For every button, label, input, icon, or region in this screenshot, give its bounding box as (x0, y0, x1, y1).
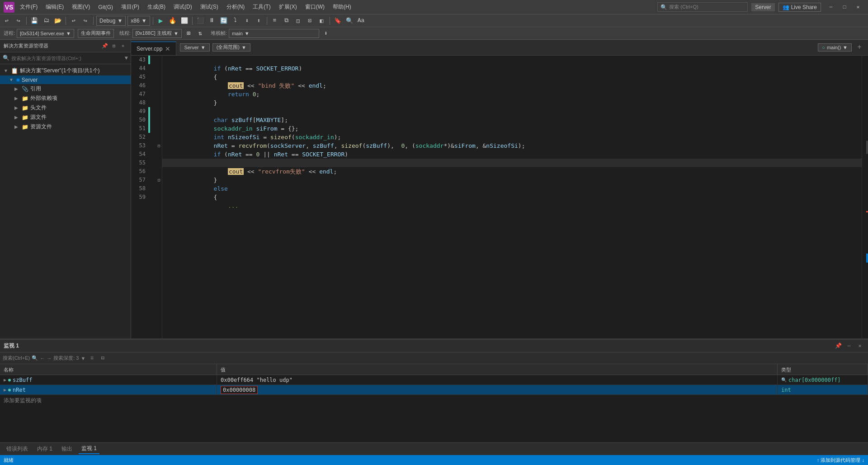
toolbar-open[interactable]: 📂 (53, 16, 63, 26)
code-line-45[interactable]: cout << "bind 失败" << endl; (162, 73, 862, 81)
lifecycle-btn[interactable]: 生命周期事件 (78, 29, 114, 38)
editor-add-tab[interactable]: + (854, 42, 864, 52)
global-search[interactable]: 🔍 搜索 (Ctrl+Q) (657, 2, 748, 12)
code-line-57[interactable]: else (162, 176, 862, 184)
watch-name-nret[interactable]: ▶ ● nRet (0, 385, 217, 395)
menu-project[interactable]: 项目(P) (118, 1, 143, 13)
close-button[interactable]: ✕ (852, 3, 864, 12)
toolbar-restart[interactable]: 🔄 (219, 16, 229, 26)
code-line-46[interactable]: return 0; (162, 81, 862, 90)
watch-filter-btn[interactable]: ≡ (87, 354, 96, 363)
watch-value-nret[interactable]: 0x00000008 (217, 385, 778, 395)
menu-analyze[interactable]: 分析(N) (223, 1, 249, 13)
tree-solution[interactable]: ▼ 📋 解决方案"Server"(1个项目/共1个) (0, 66, 131, 75)
toolbar-misc-2[interactable]: ⧉ (282, 16, 292, 26)
toolbar-save[interactable]: 💾 (29, 16, 39, 26)
watch-expand-icon[interactable]: ▶ (4, 377, 6, 382)
toolbar-btn-2[interactable]: ↪ (14, 16, 24, 26)
editor-scrollbar[interactable] (862, 56, 868, 338)
watch-value-szbuff[interactable]: 0x00eff664 "hello udp" (217, 375, 778, 385)
menu-test[interactable]: 测试(S) (197, 1, 222, 13)
code-line-59[interactable]: ... (162, 193, 862, 202)
toolbar-misc-5[interactable]: ◧ (317, 16, 327, 26)
code-line-51[interactable]: int nSizeofSi = sizeof(sockaddr_in); (162, 124, 862, 133)
tab-memory[interactable]: 内存 1 (34, 444, 55, 454)
toolbar-misc-3[interactable]: ◫ (293, 16, 303, 26)
code-line-44[interactable]: { (162, 64, 862, 73)
toolbar-step-in[interactable]: ⬇ (242, 16, 252, 26)
watch-value-nret-text[interactable]: 0x00000008 (221, 386, 258, 394)
breadcrumb-full-scope[interactable]: (全局范围) ▼ (212, 43, 250, 52)
code-content[interactable]: if (nRet == SOCKET_ERROR) { cout << "bin… (162, 56, 862, 338)
sidebar-close[interactable]: ✕ (119, 42, 127, 50)
panel-pin[interactable]: 📌 (834, 342, 843, 351)
menu-git[interactable]: Git(G) (94, 2, 117, 12)
liveshare-button[interactable]: 👥 Live Share (778, 3, 821, 12)
toolbar-misc-1[interactable]: ≡ (270, 16, 280, 26)
code-line-52[interactable]: nRet = recvfrom(sockServer, szBuff, size… (162, 133, 862, 141)
watch-depth-arrow[interactable]: ▼ (80, 356, 85, 361)
solution-search-btn[interactable]: ▼ (125, 55, 128, 61)
menu-tools[interactable]: 工具(T) (249, 1, 274, 13)
fold-57[interactable]: ⊟ (157, 178, 160, 183)
menu-debug[interactable]: 调试(D) (170, 1, 196, 13)
menu-window[interactable]: 窗口(W) (302, 1, 328, 13)
tab-error-list[interactable]: 错误列表 (4, 444, 31, 454)
sidebar-dock[interactable]: ⊞ (110, 42, 118, 50)
menu-edit[interactable]: 编辑(E) (42, 1, 67, 13)
watch-columns-btn[interactable]: ⊟ (98, 354, 107, 363)
code-line-55[interactable]: cout << "recvfrom失败" << endl; (162, 159, 862, 167)
thread-dropdown[interactable]: [0x188C] 主线程 ▼ (132, 29, 182, 38)
platform-dropdown[interactable]: x86 ▼ (127, 16, 150, 26)
menu-help[interactable]: 帮助(H) (329, 1, 355, 13)
watch-search-icon[interactable]: 🔍 (32, 355, 38, 361)
panel-close[interactable]: ✕ (855, 342, 864, 351)
sidebar-pin[interactable]: 📌 (101, 42, 109, 50)
tab-watch1[interactable]: 监视 1 (79, 444, 99, 454)
toolbar-btn-1[interactable]: ↩ (2, 16, 12, 26)
code-line-47[interactable]: } (162, 90, 862, 99)
toolbar-search2[interactable]: ⬜ (179, 16, 189, 26)
watch-expand-icon-nret[interactable]: ▶ (4, 387, 6, 392)
tree-headers[interactable]: ▶ 📁 头文件 (0, 103, 131, 113)
tab-output[interactable]: 输出 (59, 444, 75, 454)
code-line-43[interactable]: if (nRet == SOCKET_ERROR) (162, 56, 862, 64)
add-watch-item[interactable]: 添加要监视的项 (0, 395, 868, 406)
fold-53[interactable]: ⊟ (157, 143, 160, 149)
menu-extensions[interactable]: 扩展(X) (275, 1, 301, 13)
tree-references[interactable]: ▶ 📎 引用 (0, 84, 131, 94)
toolbar-step-out[interactable]: ⬆ (254, 16, 264, 26)
watch-search-icon-type[interactable]: 🔍 (781, 377, 787, 382)
code-line-53[interactable]: if (nRet == 0 || nRet == SOCKET_ERROR) (162, 141, 862, 150)
breadcrumb-scope[interactable]: Server ▼ (180, 43, 209, 52)
toolbar-misc-4[interactable]: ⊡ (305, 16, 315, 26)
hot-reload-button[interactable]: 🔥 (168, 16, 178, 26)
toolbar-find[interactable]: 🔍 (344, 16, 354, 26)
toolbar-saveall[interactable]: 🗂 (41, 16, 51, 26)
code-line-54[interactable]: { (162, 150, 862, 159)
code-line-58[interactable]: { (162, 184, 862, 193)
thread-filter-btn[interactable]: ⊞ (184, 28, 193, 38)
stack-extra-btn[interactable]: ⬇ (321, 28, 331, 38)
solution-search-input[interactable] (11, 56, 123, 61)
tab-close-icon[interactable]: ✕ (165, 45, 170, 52)
minimize-button[interactable]: ─ (825, 3, 837, 12)
menu-view[interactable]: 视图(V) (68, 1, 94, 13)
toolbar-debug-2[interactable]: ⏸ (207, 16, 217, 26)
watch-nav-fwd[interactable]: → (47, 356, 52, 361)
process-dropdown[interactable]: [0x5314] Server.exe ▼ (17, 29, 74, 38)
stack-dropdown[interactable]: main ▼ (229, 29, 319, 38)
menu-build[interactable]: 生成(B) (144, 1, 169, 13)
code-line-49[interactable]: char szBuff[MAXBYTE]; (162, 107, 862, 116)
toolbar-step-over[interactable]: ⤵ (231, 16, 241, 26)
toolbar-redo[interactable]: ↪ (80, 16, 90, 26)
toolbar-bookmark[interactable]: 🔖 (333, 16, 343, 26)
watch-name-szbuff[interactable]: ▶ ● szBuff (0, 375, 217, 385)
tree-sources[interactable]: ▶ 📁 源文件 (0, 113, 131, 122)
status-source-control[interactable]: ↑ 添加到源代码管理 ↓ (817, 457, 864, 464)
watch-nav-back[interactable]: ← (40, 356, 45, 361)
maximize-button[interactable]: □ (838, 3, 851, 12)
code-line-50[interactable]: sockaddr_in siFrom = {}; (162, 116, 862, 124)
breadcrumb-func[interactable]: ○ main() ▼ (818, 43, 852, 52)
code-line-48[interactable] (162, 99, 862, 107)
